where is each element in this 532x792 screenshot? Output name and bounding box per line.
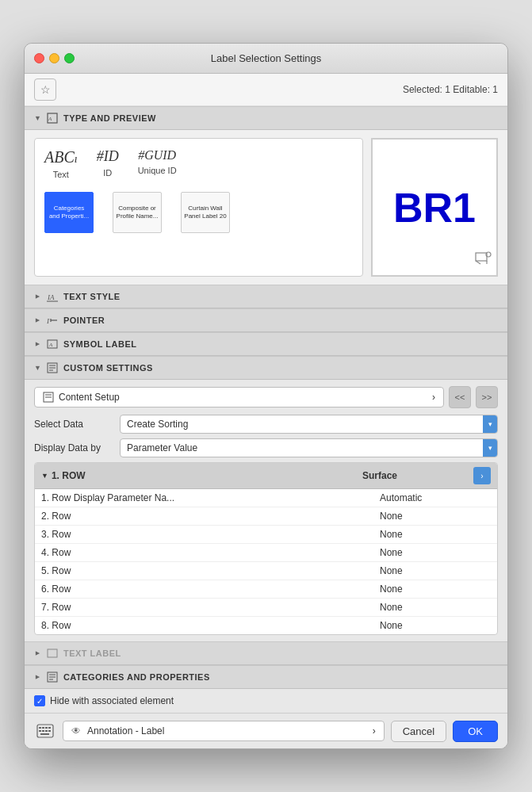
table-cell-col2: None [380,583,491,595]
window-title: Label Selection Settings [211,52,321,64]
content-setup-arrow: › [432,392,435,403]
data-table: ▼ 1. ROW Surface › 1. Row Display Parame… [34,462,498,635]
categories-header[interactable]: ▼ CATEGORIES AND PROPERTIES [25,665,507,689]
pointer-header[interactable]: ▼ I POINTER [25,308,507,332]
table-cell-col2: None [380,511,491,522]
preview-footer-icon [474,250,492,270]
curtainwall-image[interactable]: Curtain WallPanel Label 20 [181,192,230,233]
custom-settings-header[interactable]: ▼ CUSTOM SETTINGS [25,356,507,380]
table-cell-col1: 3. Row [41,529,380,540]
table-row[interactable]: 8. Row None [35,617,497,634]
table-cell-col1: 6. Row [41,583,380,595]
hide-element-row: ✓ Hide with associated element [34,695,498,706]
footer-buttons: Cancel OK [391,721,498,742]
content-setup-icon [43,392,54,403]
text-label-text: TEXT LABEL [63,649,121,658]
table-expand-arrow[interactable]: › [473,467,491,484]
table-row[interactable]: 5. Row None [35,562,497,580]
svg-text:I: I [47,317,50,325]
table-row[interactable]: 1. Row Display Parameter Na... Automatic [35,489,497,507]
table-cell-col2: None [380,565,491,576]
nav-next-button[interactable]: >> [476,386,498,408]
label-type-composite[interactable]: Composite orProfile Name... [109,189,165,236]
annotation-dropdown[interactable]: 👁 Annotation - Label › [63,721,385,741]
custom-settings-icon [46,362,59,374]
table-cell-col1: 4. Row [41,547,380,558]
label-type-text[interactable]: ABCı Text [41,145,81,182]
maximize-button[interactable] [64,53,75,63]
favorite-button[interactable]: ☆ [34,78,56,101]
row-chevron: ▼ [41,472,48,480]
label-type-curtainwall[interactable]: Curtain WallPanel Label 20 [178,189,233,236]
label-types-list[interactable]: ABCı Text #ID ID #GUID Unique ID [34,138,363,277]
categories-img-label: Categoriesand Properti... [49,205,89,220]
text-style-chevron: ▼ [33,293,41,300]
pointer-icon: I [46,314,59,327]
table-cell-col1: 1. Row Display Parameter Na... [41,492,380,503]
svg-rect-28 [45,727,48,729]
toolbar-left: ☆ [34,78,56,101]
text-style-label: TEXT STYLE [63,292,121,301]
table-row[interactable]: 6. Row None [35,580,497,599]
symbol-label-header[interactable]: ▼ A SYMBOL LABEL [25,332,507,356]
table-col2-header: Surface [362,470,473,481]
symbol-label-icon: A [46,338,59,350]
ok-button[interactable]: OK [453,721,498,742]
table-cell-col2: None [380,547,491,558]
composite-img-label: Composite orProfile Name... [117,205,159,220]
text-label-icon [46,647,59,660]
display-data-row: Display Data by Parameter Value ▾ [34,438,498,457]
footer: 👁 Annotation - Label › Cancel OK [25,713,507,748]
svg-text:IA: IA [47,293,55,301]
hide-element-label: Hide with associated element [50,695,174,706]
close-button[interactable] [34,53,44,63]
selected-info: Selected: 1 Editable: 1 [403,84,498,95]
custom-settings-content: Content Setup › << >> Select Data Create… [25,380,507,641]
type-preview-content: ABCı Text #ID ID #GUID Unique ID [25,130,507,285]
custom-settings-chevron: ▼ [34,364,41,372]
main-window: Label Selection Settings ☆ Selected: 1 E… [24,43,508,749]
table-cell-col1: 5. Row [41,565,380,576]
id-label: ID [103,168,112,178]
label-type-id[interactable]: #ID ID [94,145,122,182]
categories-content: ✓ Hide with associated element [25,689,507,713]
display-data-dropdown[interactable]: Parameter Value ▾ [120,438,498,457]
svg-rect-29 [48,727,51,729]
minimize-button[interactable] [49,53,59,63]
preview-box: BR1 [371,138,498,277]
eye-icon: 👁 [71,725,81,737]
type-preview-header[interactable]: ▼ A TYPE AND PREVIEW [25,106,507,130]
select-data-row: Select Data Create Sorting ▾ [34,415,498,434]
categories-icon [46,671,59,683]
text-label-chevron: ▼ [33,650,41,657]
svg-rect-31 [42,730,44,732]
keyboard-icon [34,720,56,742]
categories-image[interactable]: Categoriesand Properti... [44,192,94,233]
cancel-button[interactable]: Cancel [391,721,446,742]
text-style-header[interactable]: ▼ IA TEXT STYLE [25,285,507,308]
table-row[interactable]: 2. Row None [35,507,497,526]
text-label: Text [53,170,69,179]
table-cell-col1: 8. Row [41,620,380,631]
annotation-arrow: › [373,725,376,737]
content-setup-button[interactable]: Content Setup › [34,387,444,407]
content-setup-row: Content Setup › << >> [34,386,498,408]
svg-rect-33 [48,730,51,732]
text-label-header[interactable]: ▼ TEXT LABEL [25,641,507,665]
composite-image[interactable]: Composite orProfile Name... [113,192,162,233]
pointer-label: POINTER [63,316,105,325]
traffic-lights [34,53,75,63]
label-type-categories[interactable]: Categoriesand Properti... [41,189,97,236]
table-row[interactable]: 3. Row None [35,526,497,544]
label-type-guid[interactable]: #GUID Unique ID [135,145,180,182]
nav-prev-button[interactable]: << [449,386,471,408]
hide-element-checkbox[interactable]: ✓ [34,695,45,706]
table-row[interactable]: 7. Row None [35,599,497,617]
table-header: ▼ 1. ROW Surface › [35,463,497,489]
svg-line-3 [476,261,480,264]
table-row[interactable]: 4. Row None [35,544,497,562]
select-data-dropdown[interactable]: Create Sorting ▾ [120,415,498,434]
guid-symbol: #GUID [138,148,176,163]
svg-text:A: A [48,116,52,122]
type-preview-chevron: ▼ [34,114,41,122]
